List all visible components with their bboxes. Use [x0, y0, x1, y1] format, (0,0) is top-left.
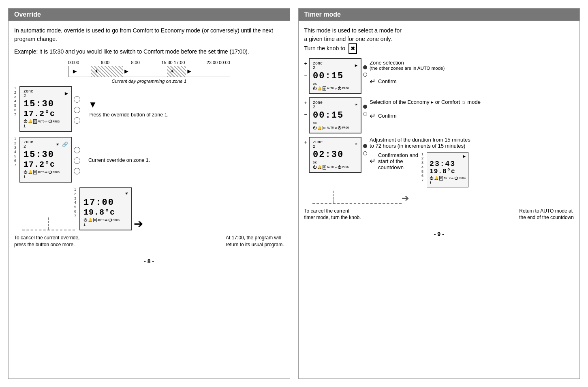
tr1-label-zone: Zone selection (the other zones are in A… — [370, 60, 445, 71]
step1-circle1[interactable] — [74, 96, 80, 103]
ti-bell: 🔔 — [317, 86, 322, 91]
tr1-arrow: ► — [355, 63, 357, 68]
at-line2: return to its usual program. — [226, 242, 284, 247]
ti3b-prog: PROG — [459, 176, 466, 180]
return-line1: Return to AUTO mode at — [519, 208, 573, 214]
cursor-arrow1: ▼ — [88, 99, 97, 110]
tr1-confirm-arrow: ↵ — [370, 77, 376, 86]
tr2-icons: ⏻ 🔔 ⊠ AUTO ⇌ ⏻ PROG — [313, 126, 357, 130]
override-steps: 1234567 zone2 ► 15:30 17.2°c ⏻ 🔔 — [14, 86, 284, 230]
tr3b-num-col: 1234567 — [421, 152, 423, 183]
step1-zone-row: zone2 ► — [24, 89, 68, 98]
timeline-arrow2: ► — [123, 68, 130, 75]
plus2: + — [304, 100, 308, 106]
minus2: − — [304, 112, 308, 118]
tr2-time: 00:15 — [313, 110, 357, 120]
tr2-sun: ☀ — [355, 102, 357, 108]
ti3b-auto: AUTO — [444, 176, 451, 180]
ti2-x: ⊠ — [323, 126, 326, 130]
step2-zone-row: zone2 ☀ 🔗 — [24, 140, 68, 149]
at-line1: At 17:00, the program will — [226, 235, 281, 241]
ti3b-prog-icon: ⏻ — [454, 176, 458, 181]
tr1-labels: Zone selection (the other zones are in A… — [370, 58, 445, 86]
timeline-bar: ► ► ► ☀ ☀ — [68, 66, 230, 77]
cancel-override-text: To cancel the current override, press th… — [14, 234, 79, 248]
ti2-arrows: ⇌ — [335, 126, 337, 130]
cancel-line2: press the button once more. — [14, 242, 75, 247]
tr1-confirm-row: ↵ Confirm — [370, 77, 445, 86]
at-time-text: At 17:00, the program will return to its… — [226, 234, 284, 248]
cancel-timer-line2: timer mode, turn the knob. — [304, 215, 361, 220]
auto-text: AUTO — [38, 120, 45, 123]
step1-arrow: ► — [65, 90, 68, 97]
prog-icon2: ⏻ — [48, 170, 52, 174]
ti2-prog-icon: ⏻ — [338, 126, 341, 130]
step2b-zone-row: ☀ — [83, 191, 128, 197]
step1-label-area: ▼ Press the override button of zone 1. — [88, 99, 169, 119]
prog-icon3: ⏻ — [108, 218, 112, 222]
step2-circle2[interactable] — [74, 157, 80, 164]
step2-icons: ⏻ 🔔 ⊠ AUTO ⇌ ⏻ PROG — [24, 170, 68, 174]
step1-icons: ⏻ 🔔 ⊠ AUTO ⇌ ⏻ PROG — [24, 119, 68, 124]
tr1-zone: zone2 — [313, 61, 323, 70]
tr1-dot1 — [363, 73, 367, 77]
step1-temp: 17.2°c — [24, 109, 68, 118]
timer-dashed-vline — [333, 191, 334, 203]
override-title: Override — [14, 11, 41, 18]
step2-circle1[interactable] — [74, 147, 80, 153]
step2-circle3[interactable] — [74, 168, 80, 174]
tr3-dot1 — [363, 151, 367, 155]
timer-dashed-hline — [312, 203, 402, 204]
tr3-label1: Adjustment of the duration from 15 minut… — [370, 137, 470, 143]
plus3: + — [304, 139, 308, 145]
tr3-ok: OK — [313, 161, 357, 164]
tr2-confirm-row: ↵ Confirm — [370, 112, 481, 120]
tr2-zone-row: zone2 ☀ — [313, 101, 357, 110]
override-step1: 1234567 zone2 ► 15:30 17.2°c ⏻ 🔔 — [14, 86, 284, 132]
step2b-num-col: 1234567 — [74, 187, 76, 218]
prog-label2: PROG — [53, 171, 60, 174]
tr3b-temp: 19.8°c — [430, 168, 466, 175]
step2-label-text: Current override on zone 1. — [88, 157, 150, 163]
step1-circle2[interactable] — [74, 107, 80, 113]
arrows-icon2: ⇌ — [45, 170, 47, 174]
auto-text3: AUTO — [98, 219, 105, 222]
tl-label-0: 00:00 — [68, 60, 79, 65]
step2-sun: ☀ 🔗 — [56, 142, 68, 148]
plus1: + — [304, 60, 308, 67]
auto-text2: AUTO — [38, 171, 45, 174]
timer-row2-thermo: + − zone2 ☀ 00:15 OK ⏻ 🔔 ⊠ — [304, 97, 368, 133]
ti3b-arrows: ⇌ — [451, 176, 453, 181]
ti3b-x: ⊠ — [439, 176, 443, 181]
timer-row2-pm: + − — [304, 97, 308, 118]
tr3b-icons: ⏻ 🔔 ⊠ AUTO ⇌ ⏻ PROG — [430, 176, 466, 181]
tr2-label-mode: Selection of the Economy ▸ or Comfort ☼ … — [370, 99, 481, 105]
step1-zone: zone2 — [24, 89, 33, 98]
page-number-left: - 8 - — [14, 255, 284, 268]
timer-row2-display: zone2 ☀ 00:15 OK ⏻ 🔔 ⊠ AUTO ⇌ ⏻ PROG — [309, 97, 361, 133]
tr3-confirm-text-block: Confirmation and start of the countdown — [378, 152, 418, 170]
tr3-zone-row: zone2 ☀ — [313, 140, 357, 149]
step2b-info-i: i — [83, 223, 128, 227]
step1-info-i: i — [24, 125, 68, 129]
step1-time: 15:30 — [24, 99, 68, 109]
tr3-conf-line1: Confirmation and — [378, 152, 418, 158]
ti-auto: AUTO — [327, 87, 334, 90]
step1-circle3[interactable] — [74, 117, 80, 124]
ti3b-bell: 🔔 — [434, 176, 438, 181]
ti-prog: PROG — [342, 87, 349, 90]
tr3-dot-filled — [363, 144, 367, 148]
tr1-confirm: ↵ Confirm — [370, 77, 445, 86]
tr3-conf-line2: start of the — [378, 158, 418, 164]
big-arrow: ➔ — [134, 209, 143, 230]
timer-row3: + − zone2 ☀ 02:30 OK ⏻ 🔔 ⊠ — [304, 137, 574, 187]
tr1-confirm-text: Confirm — [378, 78, 397, 84]
override-intro2: Example: it is 15:30 and you would like … — [14, 47, 284, 56]
timer-row3-display: zone2 ☀ 02:30 OK ⏻ 🔔 ⊠ AUTO ⇌ ⏻ PROG — [309, 137, 361, 173]
tl-label-1: 6:00 — [101, 60, 109, 65]
timer-dashed-connector: ➔ — [312, 191, 574, 204]
tr2-confirm: ↵ Confirm — [370, 112, 481, 120]
step1-num-col: 1234567 — [14, 86, 16, 117]
tr2-confirm-arrow: ↵ — [370, 112, 376, 120]
step2-label: Current override on zone 1. — [88, 155, 150, 164]
